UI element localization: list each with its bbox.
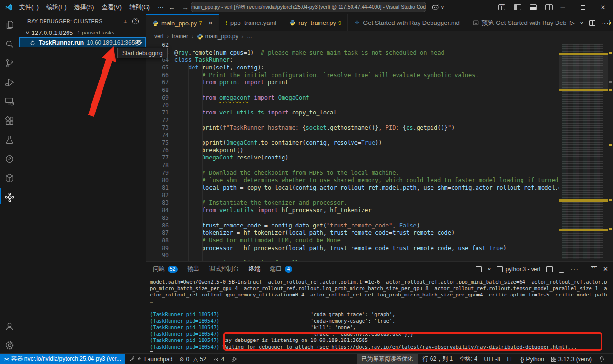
tab[interactable]: !ppo_trainer.yaml bbox=[219, 14, 283, 31]
restore-button[interactable] bbox=[573, 0, 593, 14]
run-history-icon[interactable] bbox=[4, 153, 15, 164]
menu-item[interactable]: 编辑(E) bbox=[43, 0, 70, 14]
layout-controls bbox=[498, 0, 553, 14]
code-line: 73 print(f"TaskRunner hostname: {socket.… bbox=[146, 125, 559, 132]
terminal-tab[interactable]: python3 - verl bbox=[497, 266, 540, 273]
split-editor-icon[interactable] bbox=[589, 20, 595, 26]
tab[interactable]: ray_trainer.py9 bbox=[283, 14, 348, 31]
indentation-item[interactable]: 空格: 4 bbox=[456, 354, 480, 364]
terminal-line: (TaskRunner pid=180547)'kill': 'none', bbox=[150, 324, 613, 331]
problems-item[interactable]: ⊘ 0 △ 52 bbox=[176, 354, 209, 364]
search-icon[interactable] bbox=[4, 38, 15, 49]
breadcrumb-item[interactable]: … bbox=[247, 33, 252, 40]
minimap-slider[interactable] bbox=[559, 55, 608, 90]
chevron-down-icon[interactable]: ∨ bbox=[25, 30, 30, 35]
indent-guide bbox=[202, 64, 203, 261]
explorer-icon[interactable] bbox=[4, 19, 15, 30]
errors-count: 0 bbox=[186, 356, 189, 363]
ports-item[interactable]: 4 bbox=[210, 354, 228, 364]
command-center-search[interactable]: main_ppo.py - verl [容器 nvcr.io/nvidia/py… bbox=[191, 2, 426, 12]
tab[interactable]: main_ppo.py7× bbox=[146, 14, 219, 31]
tab-close-icon[interactable]: × bbox=[209, 19, 213, 27]
settings-gear-icon[interactable] bbox=[4, 340, 15, 351]
toggle-sidebar-icon[interactable] bbox=[514, 4, 521, 10]
kill-terminal-icon[interactable] bbox=[559, 267, 564, 273]
close-button[interactable]: ✕ bbox=[593, 0, 613, 14]
panel-tab-调试控制台[interactable]: 调试控制台 bbox=[209, 262, 239, 276]
run-python-file-button[interactable]: ▷ bbox=[570, 19, 575, 26]
cursor-position-item[interactable]: 行 62，列 1 bbox=[420, 354, 456, 364]
line-number: 70 bbox=[146, 102, 169, 110]
code-line: 87 tokenizer = hf_tokenizer(local_path, … bbox=[146, 229, 559, 237]
paused-task-row[interactable]: TaskRunner.run 10.60.189.161:36585 bbox=[19, 37, 146, 47]
code-line: 79 # Download the checkpoint from HDFS t… bbox=[146, 170, 559, 177]
minimap-highlight bbox=[559, 53, 608, 55]
back-arrow-icon[interactable]: ← bbox=[169, 3, 175, 11]
run-dropdown-chevron-icon[interactable]: ∨ bbox=[580, 21, 584, 25]
remote-explorer-icon[interactable] bbox=[4, 96, 15, 107]
maximize-panel-icon[interactable] bbox=[591, 266, 597, 272]
extensions-icon[interactable] bbox=[4, 115, 15, 126]
python-interpreter-item[interactable]: 3.12.3 (venv) bbox=[547, 354, 595, 364]
close-panel-icon[interactable]: ✕ bbox=[603, 265, 608, 273]
copilot-button[interactable]: ∨ bbox=[432, 0, 444, 14]
panel-tabs: 问题52输出调试控制台终端端口4 bbox=[153, 262, 292, 276]
minimap[interactable] bbox=[559, 42, 608, 261]
minimize-button[interactable]: ─ bbox=[553, 0, 573, 14]
menu-item[interactable]: 文件(F) bbox=[15, 0, 43, 14]
line-number: 65 bbox=[146, 64, 169, 72]
language-mode-item[interactable]: {} Python bbox=[517, 354, 547, 364]
breadcrumb-item[interactable]: trainer bbox=[172, 33, 188, 40]
customize-layout-icon[interactable] bbox=[498, 4, 505, 10]
panel-tab-输出[interactable]: 输出 bbox=[187, 262, 199, 276]
run-debug-icon[interactable] bbox=[4, 77, 15, 88]
line-number: 89 bbox=[146, 245, 169, 252]
help-icon[interactable]: ? bbox=[132, 18, 139, 24]
panel-tab-问题[interactable]: 问题52 bbox=[153, 262, 178, 276]
menu-overflow-button[interactable]: ··· bbox=[154, 3, 168, 11]
debug-status-item[interactable] bbox=[227, 354, 241, 364]
menu-item[interactable]: 选择(S) bbox=[70, 0, 98, 14]
language-label: Python bbox=[526, 356, 544, 363]
new-terminal-icon[interactable] bbox=[476, 266, 482, 272]
toggle-panel-icon[interactable] bbox=[530, 4, 537, 10]
terminal-line: ctor_rollout_ref.rollout.gpu_memory_util… bbox=[150, 292, 613, 298]
encoding-item[interactable]: UTF-8 bbox=[481, 354, 504, 364]
terminal-output[interactable]: model.path=Qwen/Qwen2.5-0.5B-Instruct ac… bbox=[146, 276, 613, 353]
cluster-row[interactable]: ∨ 127.0.0.1:8265 1 paused tasks bbox=[19, 28, 146, 37]
code-text: pprint(OmegaConf.to_container(config, re… bbox=[174, 139, 382, 147]
code-editor[interactable]: 6263@ray.remote(num_cpus=1) # please mak… bbox=[146, 42, 613, 261]
add-cluster-button[interactable]: + bbox=[123, 17, 127, 25]
panel-more-actions-icon[interactable]: ··· bbox=[570, 265, 579, 273]
testing-icon[interactable] bbox=[4, 134, 15, 145]
containers-icon[interactable] bbox=[4, 172, 15, 183]
code-line: 62 bbox=[146, 42, 559, 49]
forward-arrow-icon[interactable]: → bbox=[182, 3, 189, 11]
panel-tab-label: 终端 bbox=[249, 262, 261, 276]
menu-item[interactable]: 查看(V) bbox=[98, 0, 125, 14]
notifications-item[interactable] bbox=[595, 354, 608, 364]
more-actions-icon[interactable]: ··· bbox=[601, 19, 609, 27]
menu-item[interactable]: 转到(G) bbox=[125, 0, 154, 14]
account-icon[interactable] bbox=[4, 320, 15, 331]
panel-tab-端口[interactable]: 端口4 bbox=[270, 262, 293, 276]
split-terminal-icon[interactable] bbox=[546, 266, 553, 272]
terminal-message: Waiting for debugger to attach (see http… bbox=[223, 344, 577, 350]
line-number: 72 bbox=[146, 117, 169, 125]
source-control-icon[interactable] bbox=[4, 57, 15, 68]
ray-debugger-icon[interactable] bbox=[4, 192, 15, 203]
breadcrumb-item[interactable]: main_ppo.py bbox=[197, 33, 238, 40]
eol-item[interactable]: LF bbox=[504, 354, 517, 364]
launchpad-item[interactable]: Launchpad bbox=[125, 354, 176, 364]
line-number: 75 bbox=[146, 139, 169, 147]
start-debugging-icon[interactable] bbox=[135, 39, 143, 46]
tab[interactable]: Get Started with Ray Debugger.md bbox=[348, 14, 466, 31]
breadcrumb-item[interactable]: verl bbox=[154, 33, 163, 40]
line-number: 68 bbox=[146, 87, 169, 94]
panel-tab-label: 问题 bbox=[153, 262, 165, 276]
remote-indicator[interactable]: >< 容器 nvcr.io/nvidia/pytorch:25.04-py3 (… bbox=[0, 354, 125, 364]
toggle-secondary-sidebar-icon[interactable] bbox=[545, 4, 553, 10]
screen-reader-item[interactable]: 已为屏幕阅读器优化 bbox=[357, 354, 418, 364]
terminal-dropdown-chevron-icon[interactable]: ∨ bbox=[487, 267, 491, 271]
panel-tab-终端[interactable]: 终端 bbox=[249, 262, 261, 276]
